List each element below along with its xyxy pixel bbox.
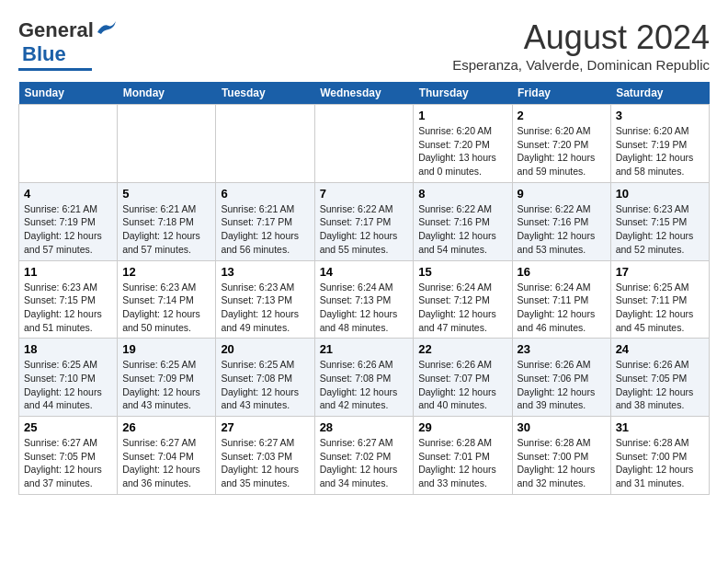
day-info: Sunrise: 6:22 AMSunset: 7:16 PMDaylight:… <box>418 202 506 257</box>
day-cell-29: 29Sunrise: 6:28 AMSunset: 7:01 PMDayligh… <box>414 417 512 495</box>
day-cell-26: 26Sunrise: 6:27 AMSunset: 7:04 PMDayligh… <box>118 417 216 495</box>
header-monday: Monday <box>118 82 216 105</box>
day-cell-2: 2Sunrise: 6:20 AMSunset: 7:20 PMDaylight… <box>512 105 610 183</box>
day-cell-14: 14Sunrise: 6:24 AMSunset: 7:13 PMDayligh… <box>314 260 414 339</box>
logo-blue: Blue <box>22 42 66 66</box>
day-number: 17 <box>616 265 704 279</box>
empty-cell <box>216 105 314 183</box>
day-info: Sunrise: 6:25 AMSunset: 7:09 PMDaylight:… <box>122 358 210 412</box>
calendar-header-row: SundayMondayTuesdayWednesdayThursdayFrid… <box>19 82 710 105</box>
day-cell-31: 31Sunrise: 6:28 AMSunset: 7:00 PMDayligh… <box>610 417 709 495</box>
day-number: 12 <box>122 265 210 279</box>
day-number: 15 <box>418 265 506 279</box>
day-info: Sunrise: 6:20 AMSunset: 7:20 PMDaylight:… <box>518 124 606 178</box>
day-info: Sunrise: 6:25 AMSunset: 7:08 PMDaylight:… <box>221 358 309 412</box>
day-info: Sunrise: 6:21 AMSunset: 7:19 PMDaylight:… <box>24 202 112 257</box>
week-row-3: 11Sunrise: 6:23 AMSunset: 7:15 PMDayligh… <box>19 260 710 339</box>
day-info: Sunrise: 6:25 AMSunset: 7:10 PMDaylight:… <box>24 358 112 412</box>
day-info: Sunrise: 6:21 AMSunset: 7:18 PMDaylight:… <box>122 202 210 257</box>
day-info: Sunrise: 6:28 AMSunset: 7:00 PMDaylight:… <box>518 436 606 490</box>
day-cell-12: 12Sunrise: 6:23 AMSunset: 7:14 PMDayligh… <box>118 260 216 339</box>
day-cell-30: 30Sunrise: 6:28 AMSunset: 7:00 PMDayligh… <box>512 417 610 495</box>
day-info: Sunrise: 6:28 AMSunset: 7:00 PMDaylight:… <box>616 436 704 490</box>
week-row-1: 1Sunrise: 6:20 AMSunset: 7:20 PMDaylight… <box>19 105 710 183</box>
day-info: Sunrise: 6:26 AMSunset: 7:05 PMDaylight:… <box>616 358 704 412</box>
day-number: 20 <box>221 342 309 356</box>
day-info: Sunrise: 6:23 AMSunset: 7:14 PMDaylight:… <box>122 281 210 335</box>
day-info: Sunrise: 6:27 AMSunset: 7:02 PMDaylight:… <box>320 436 409 490</box>
logo-bird-icon <box>96 21 116 36</box>
day-cell-13: 13Sunrise: 6:23 AMSunset: 7:13 PMDayligh… <box>216 260 314 339</box>
day-info: Sunrise: 6:27 AMSunset: 7:05 PMDaylight:… <box>24 436 112 490</box>
day-info: Sunrise: 6:28 AMSunset: 7:01 PMDaylight:… <box>418 436 506 490</box>
day-cell-7: 7Sunrise: 6:22 AMSunset: 7:17 PMDaylight… <box>314 182 414 260</box>
day-cell-27: 27Sunrise: 6:27 AMSunset: 7:03 PMDayligh… <box>216 417 314 495</box>
empty-cell <box>314 105 414 183</box>
day-number: 4 <box>24 187 112 201</box>
day-number: 5 <box>122 187 210 201</box>
day-info: Sunrise: 6:23 AMSunset: 7:13 PMDaylight:… <box>221 281 309 335</box>
day-number: 13 <box>221 265 309 279</box>
day-number: 26 <box>122 420 210 434</box>
day-cell-21: 21Sunrise: 6:26 AMSunset: 7:08 PMDayligh… <box>314 339 414 417</box>
header-wednesday: Wednesday <box>314 82 414 105</box>
day-cell-22: 22Sunrise: 6:26 AMSunset: 7:07 PMDayligh… <box>414 339 512 417</box>
day-cell-19: 19Sunrise: 6:25 AMSunset: 7:09 PMDayligh… <box>118 339 216 417</box>
day-cell-6: 6Sunrise: 6:21 AMSunset: 7:17 PMDaylight… <box>216 182 314 260</box>
day-number: 24 <box>616 342 704 356</box>
day-info: Sunrise: 6:26 AMSunset: 7:06 PMDaylight:… <box>518 358 606 412</box>
day-cell-1: 1Sunrise: 6:20 AMSunset: 7:20 PMDaylight… <box>414 105 512 183</box>
day-number: 22 <box>418 342 506 356</box>
day-number: 23 <box>518 342 606 356</box>
day-number: 6 <box>221 187 309 201</box>
month-year-title: August 2024 <box>452 18 710 57</box>
day-info: Sunrise: 6:24 AMSunset: 7:11 PMDaylight:… <box>518 281 606 335</box>
day-cell-4: 4Sunrise: 6:21 AMSunset: 7:19 PMDaylight… <box>19 182 118 260</box>
day-cell-10: 10Sunrise: 6:23 AMSunset: 7:15 PMDayligh… <box>610 182 709 260</box>
location-subtitle: Esperanza, Valverde, Dominican Republic <box>452 57 710 73</box>
day-cell-18: 18Sunrise: 6:25 AMSunset: 7:10 PMDayligh… <box>19 339 118 417</box>
day-info: Sunrise: 6:24 AMSunset: 7:12 PMDaylight:… <box>418 281 506 335</box>
day-info: Sunrise: 6:20 AMSunset: 7:20 PMDaylight:… <box>418 124 506 178</box>
day-cell-28: 28Sunrise: 6:27 AMSunset: 7:02 PMDayligh… <box>314 417 414 495</box>
header-tuesday: Tuesday <box>216 82 314 105</box>
day-number: 25 <box>24 420 112 434</box>
day-cell-8: 8Sunrise: 6:22 AMSunset: 7:16 PMDaylight… <box>414 182 512 260</box>
day-number: 1 <box>418 109 506 122</box>
title-area: August 2024 Esperanza, Valverde, Dominic… <box>452 18 710 73</box>
header-saturday: Saturday <box>610 82 709 105</box>
day-number: 16 <box>518 265 606 279</box>
day-number: 19 <box>122 342 210 356</box>
day-number: 7 <box>320 187 409 201</box>
header-sunday: Sunday <box>19 82 118 105</box>
day-info: Sunrise: 6:22 AMSunset: 7:16 PMDaylight:… <box>518 202 606 257</box>
week-row-5: 25Sunrise: 6:27 AMSunset: 7:05 PMDayligh… <box>19 417 710 495</box>
day-number: 28 <box>320 420 409 434</box>
header-thursday: Thursday <box>414 82 512 105</box>
day-number: 11 <box>24 265 112 279</box>
day-info: Sunrise: 6:27 AMSunset: 7:03 PMDaylight:… <box>221 436 309 490</box>
day-number: 21 <box>320 342 409 356</box>
day-info: Sunrise: 6:26 AMSunset: 7:08 PMDaylight:… <box>320 358 409 412</box>
empty-cell <box>118 105 216 183</box>
day-info: Sunrise: 6:24 AMSunset: 7:13 PMDaylight:… <box>320 281 409 335</box>
day-cell-9: 9Sunrise: 6:22 AMSunset: 7:16 PMDaylight… <box>512 182 610 260</box>
day-info: Sunrise: 6:23 AMSunset: 7:15 PMDaylight:… <box>24 281 112 335</box>
day-cell-15: 15Sunrise: 6:24 AMSunset: 7:12 PMDayligh… <box>414 260 512 339</box>
day-number: 18 <box>24 342 112 356</box>
day-number: 30 <box>518 420 606 434</box>
day-cell-24: 24Sunrise: 6:26 AMSunset: 7:05 PMDayligh… <box>610 339 709 417</box>
day-cell-3: 3Sunrise: 6:20 AMSunset: 7:19 PMDaylight… <box>610 105 709 183</box>
page-header: General Blue August 2024 Esperanza, Valv… <box>18 18 710 73</box>
day-number: 3 <box>616 109 704 122</box>
day-cell-23: 23Sunrise: 6:26 AMSunset: 7:06 PMDayligh… <box>512 339 610 417</box>
day-info: Sunrise: 6:27 AMSunset: 7:04 PMDaylight:… <box>122 436 210 490</box>
day-cell-17: 17Sunrise: 6:25 AMSunset: 7:11 PMDayligh… <box>610 260 709 339</box>
day-number: 9 <box>518 187 606 201</box>
week-row-2: 4Sunrise: 6:21 AMSunset: 7:19 PMDaylight… <box>19 182 710 260</box>
day-cell-20: 20Sunrise: 6:25 AMSunset: 7:08 PMDayligh… <box>216 339 314 417</box>
day-number: 27 <box>221 420 309 434</box>
logo-underline <box>18 68 92 71</box>
day-info: Sunrise: 6:21 AMSunset: 7:17 PMDaylight:… <box>221 202 309 257</box>
day-info: Sunrise: 6:23 AMSunset: 7:15 PMDaylight:… <box>616 202 704 257</box>
